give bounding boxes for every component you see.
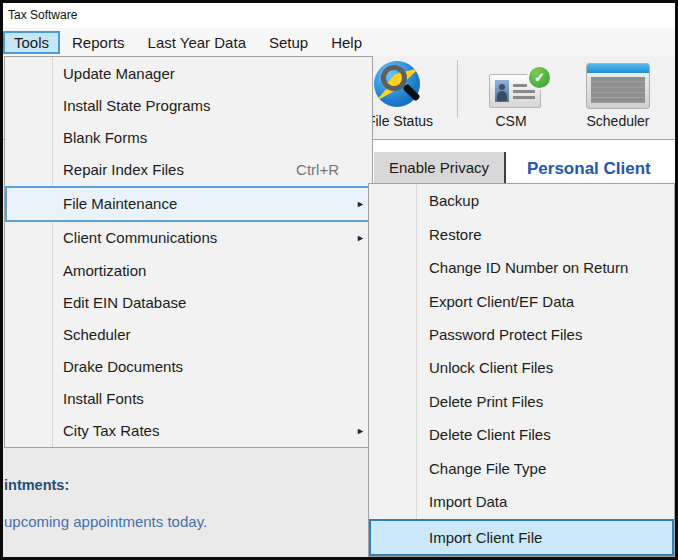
menu-item-label: Install Fonts: [63, 390, 339, 407]
menubar-item-last-year-data[interactable]: Last Year Data: [137, 31, 257, 54]
submenu-item-label: Change ID Number on Return: [429, 259, 657, 276]
menu-item-city-tax-rates[interactable]: City Tax Rates ►: [5, 415, 372, 447]
submenu-item-delete-client-files[interactable]: Delete Client Files ►: [369, 418, 674, 451]
menubar-item-label: Setup: [269, 34, 308, 51]
submenu-item-label: Import Data: [429, 493, 657, 510]
submenu-arrow-icon: ►: [355, 233, 365, 243]
calendar-header-bar: [587, 64, 649, 73]
menubar-item-label: Help: [331, 34, 362, 51]
menu-item-update-manager[interactable]: Update Manager ►: [5, 57, 372, 89]
submenu-item-label: Import Client File: [429, 529, 657, 546]
menubar-item-label: Last Year Data: [148, 34, 246, 51]
menubar-item-setup[interactable]: Setup: [258, 31, 319, 54]
window-title: Tax Software: [8, 8, 77, 22]
contact-photo-icon: [495, 80, 509, 102]
menu-item-label: File Maintenance: [63, 195, 339, 212]
appointments-message: upcoming appointments today.: [4, 513, 207, 530]
menubar-item-tools[interactable]: Tools: [3, 31, 60, 54]
submenu-item-label: Unlock Client Files: [429, 359, 657, 376]
title-bar: Tax Software: [3, 3, 675, 28]
file-maintenance-submenu: Backup ► Restore ► Change ID Number on R…: [368, 183, 675, 557]
submenu-item-label: Delete Print Files: [429, 393, 657, 410]
menu-item-scheduler[interactable]: Scheduler ►: [5, 318, 372, 350]
green-check-badge-icon: ✓: [527, 65, 552, 90]
submenu-item-change-id-number-on-return[interactable]: Change ID Number on Return ►: [369, 251, 674, 284]
menu-item-label: Edit EIN Database: [63, 294, 339, 311]
enable-privacy-button[interactable]: Enable Privacy: [374, 152, 506, 183]
menu-item-edit-ein-database[interactable]: Edit EIN Database ►: [5, 286, 372, 318]
submenu-item-password-protect-files[interactable]: Password Protect Files ►: [369, 318, 674, 351]
submenu-item-label: Password Protect Files: [429, 326, 657, 343]
csm-label: CSM: [481, 113, 541, 129]
menu-item-amortization[interactable]: Amortization ►: [5, 254, 372, 286]
card-line: [513, 96, 535, 99]
menu-item-label: Update Manager: [63, 65, 339, 82]
menu-item-label: Scheduler: [63, 326, 339, 343]
menu-item-label: Install State Programs: [63, 97, 339, 114]
menu-item-shortcut: Ctrl+R: [296, 161, 339, 178]
menu-item-label: Client Communications: [63, 229, 339, 246]
submenu-item-unlock-client-files[interactable]: Unlock Client Files ►: [369, 351, 674, 384]
menu-item-blank-forms[interactable]: Blank Forms ►: [5, 121, 372, 153]
menu-item-label: Drake Documents: [63, 358, 339, 375]
submenu-item-label: Backup: [429, 192, 657, 209]
menu-item-drake-documents[interactable]: Drake Documents ►: [5, 351, 372, 383]
menu-item-label: Repair Index Files: [63, 161, 296, 178]
submenu-item-label: Export Client/EF Data: [429, 293, 657, 310]
submenu-item-restore[interactable]: Restore ►: [369, 217, 674, 250]
submenu-item-label: Delete Client Files: [429, 426, 657, 443]
menu-item-file-maintenance[interactable]: File Maintenance ►: [5, 186, 372, 222]
menu-item-label: City Tax Rates: [63, 422, 339, 439]
menubar-item-label: Reports: [72, 34, 125, 51]
submenu-item-import-data[interactable]: Import Data ►: [369, 485, 674, 518]
appointments-heading: intments:: [4, 477, 69, 493]
menu-bar: Tools Reports Last Year Data Setup Help: [3, 28, 675, 56]
submenu-item-export-client-ef-data[interactable]: Export Client/EF Data ►: [369, 284, 674, 317]
submenu-arrow-icon: ►: [355, 426, 365, 436]
toolbar-separator: [457, 60, 458, 118]
submenu-item-import-client-file[interactable]: Import Client File ►: [369, 519, 674, 556]
menu-item-repair-index-files[interactable]: Repair Index Files Ctrl+R ►: [5, 154, 372, 186]
app-window: Tax Software Tools Reports Last Year Dat…: [0, 0, 678, 560]
card-line: [513, 90, 535, 93]
calendar-icon: [586, 63, 650, 109]
scheduler-label: Scheduler: [571, 113, 665, 129]
card-line: [513, 84, 527, 87]
submenu-item-label: Restore: [429, 226, 657, 243]
submenu-item-backup[interactable]: Backup ►: [369, 184, 674, 217]
menu-item-label: Amortization: [63, 262, 339, 279]
tools-menu-dropdown: Update Manager ► Install State Programs …: [4, 56, 373, 448]
app-window-inner: Tax Software Tools Reports Last Year Dat…: [3, 3, 675, 557]
submenu-item-change-file-type[interactable]: Change File Type ►: [369, 452, 674, 485]
submenu-arrow-icon: ►: [355, 199, 365, 209]
submenu-item-label: Change File Type: [429, 460, 657, 477]
menu-item-client-communications[interactable]: Client Communications ►: [5, 222, 372, 254]
menu-item-install-fonts[interactable]: Install Fonts ►: [5, 383, 372, 415]
submenu-item-delete-print-files[interactable]: Delete Print Files ►: [369, 385, 674, 418]
menubar-item-label: Tools: [14, 34, 49, 51]
menubar-item-reports[interactable]: Reports: [61, 31, 136, 54]
menu-item-label: Blank Forms: [63, 129, 339, 146]
personal-client-label: Personal Client: [527, 159, 651, 179]
menubar-item-help[interactable]: Help: [320, 31, 373, 54]
menu-item-install-state-programs[interactable]: Install State Programs ►: [5, 89, 372, 121]
calendar-day-grid: [591, 77, 645, 103]
